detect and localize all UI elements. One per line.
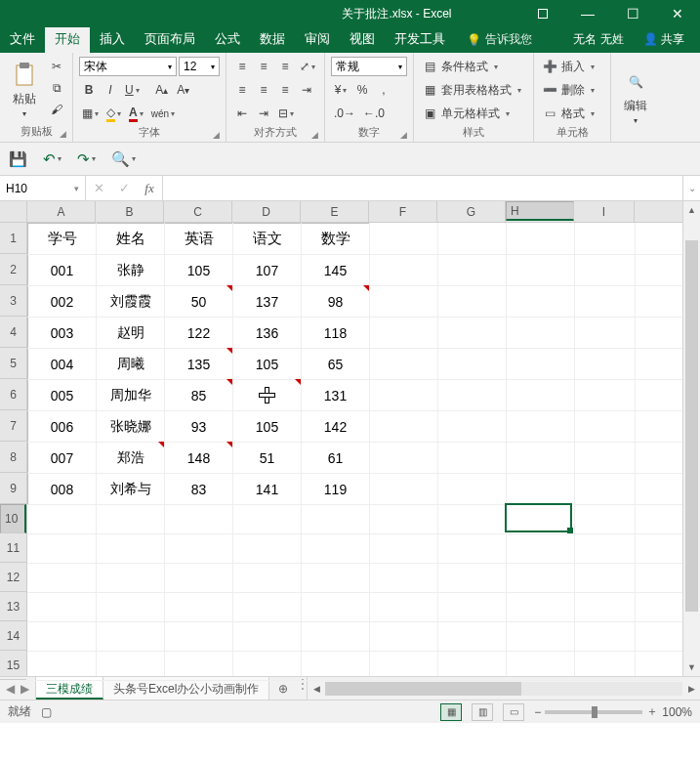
align-bottom-button[interactable]: ≡ <box>275 57 295 76</box>
row-header-5[interactable]: 5 <box>0 348 26 379</box>
align-top-button[interactable]: ≡ <box>232 57 252 76</box>
conditional-format-button[interactable]: ▤条件格式 <box>420 57 527 76</box>
comment-indicator-icon[interactable] <box>158 442 164 447</box>
delete-cells-button[interactable]: ➖删除 <box>540 80 604 100</box>
orientation-button[interactable]: ⤢ <box>297 57 318 76</box>
enter-formula-button[interactable]: ✓ <box>111 181 137 195</box>
cancel-formula-button[interactable]: ✕ <box>86 181 111 195</box>
formula-input[interactable] <box>163 176 682 200</box>
comment-indicator-icon[interactable] <box>226 442 232 447</box>
zoom-out-button[interactable]: − <box>534 705 541 719</box>
font-name-select[interactable]: 宋体▾ <box>79 57 177 76</box>
row-headers[interactable]: 123456789101112131415 <box>0 223 27 676</box>
comma-button[interactable]: , <box>374 80 393 100</box>
accounting-button[interactable]: ¥ <box>331 80 350 100</box>
border-button[interactable]: ▦ <box>79 104 102 123</box>
user-name[interactable]: 无名 无姓 <box>563 26 633 53</box>
row-header-15[interactable]: 15 <box>0 651 26 680</box>
dialog-launcher-icon[interactable]: ◢ <box>311 130 318 140</box>
row-header-14[interactable]: 14 <box>0 621 26 651</box>
col-header-B[interactable]: B <box>96 201 164 222</box>
macro-record-icon[interactable]: ▢ <box>41 705 52 719</box>
row-header-11[interactable]: 11 <box>0 533 26 563</box>
zoom-control[interactable]: − ＋ 100% <box>534 703 692 720</box>
italic-button[interactable]: I <box>101 80 120 100</box>
row-header-3[interactable]: 3 <box>0 285 26 317</box>
number-format-select[interactable]: 常规▾ <box>331 57 407 76</box>
align-right-button[interactable]: ≡ <box>275 80 295 100</box>
insert-cells-button[interactable]: ➕插入 <box>540 57 604 76</box>
decrease-indent-button[interactable]: ⇤ <box>232 104 252 123</box>
col-header-A[interactable]: A <box>27 201 96 222</box>
normal-view-button[interactable]: ▦ <box>440 703 462 721</box>
dialog-launcher-icon[interactable]: ◢ <box>400 130 407 140</box>
tell-me[interactable]: 💡告诉我您 <box>461 26 538 53</box>
tab-插入[interactable]: 插入 <box>90 25 135 53</box>
scroll-down-button[interactable]: ▼ <box>683 658 700 676</box>
row-header-4[interactable]: 4 <box>0 317 26 348</box>
scroll-thumb[interactable] <box>685 240 698 612</box>
copy-button[interactable]: ⧉ <box>47 78 66 98</box>
comment-indicator-icon[interactable] <box>226 348 232 354</box>
redo-button[interactable]: ↷ <box>74 149 99 169</box>
decrease-decimal-button[interactable]: ←.0 <box>360 104 388 123</box>
maximize-button[interactable]: ☐ <box>610 0 655 27</box>
col-header-D[interactable]: D <box>232 201 301 222</box>
scroll-up-button[interactable]: ▲ <box>683 201 700 219</box>
col-header-I[interactable]: I <box>574 201 635 222</box>
worksheet-grid[interactable]: ABCDEFGHI 123456789101112131415 学号姓名英语语文… <box>0 201 700 676</box>
tab-视图[interactable]: 视图 <box>340 25 385 53</box>
row-header-12[interactable]: 12 <box>0 563 26 592</box>
grow-font-button[interactable]: A▴ <box>152 80 172 100</box>
page-layout-button[interactable]: ▥ <box>472 703 493 721</box>
col-header-E[interactable]: E <box>301 201 369 222</box>
align-center-button[interactable]: ≡ <box>254 80 273 100</box>
dialog-launcher-icon[interactable]: ◢ <box>60 129 66 139</box>
dialog-launcher-icon[interactable]: ◢ <box>213 130 220 140</box>
fill-handle[interactable] <box>567 528 573 533</box>
save-button[interactable]: 💾 <box>6 149 30 169</box>
tab-公式[interactable]: 公式 <box>205 25 250 53</box>
column-headers[interactable]: ABCDEFGHI <box>27 201 682 223</box>
row-header-2[interactable]: 2 <box>0 254 26 285</box>
name-box[interactable]: H10▾ <box>0 176 86 200</box>
col-header-F[interactable]: F <box>369 201 437 222</box>
tab-开始[interactable]: 开始 <box>45 25 90 53</box>
find-select-button[interactable]: 🔍 编辑▾ <box>617 57 654 137</box>
bold-button[interactable]: B <box>79 80 99 100</box>
tab-文件[interactable]: 文件 <box>0 25 45 53</box>
share-button[interactable]: 👤 共享 <box>634 26 694 53</box>
active-cell[interactable] <box>505 503 572 532</box>
row-header-9[interactable]: 9 <box>0 473 26 504</box>
expand-formula-button[interactable]: ⌄ <box>682 176 700 200</box>
merge-button[interactable]: ⊟ <box>275 104 297 123</box>
format-cells-button[interactable]: ▭格式 <box>540 104 604 123</box>
cut-button[interactable]: ✂ <box>47 57 66 76</box>
row-header-1[interactable]: 1 <box>0 223 26 254</box>
undo-button[interactable]: ↶ <box>40 149 64 169</box>
select-all-button[interactable] <box>0 201 27 223</box>
increase-decimal-button[interactable]: .0→ <box>331 104 358 123</box>
zoom-slider[interactable] <box>545 710 642 714</box>
insert-function-button[interactable]: fx <box>137 181 162 196</box>
fill-color-button[interactable]: ◇ <box>103 104 124 123</box>
font-color-button[interactable]: A <box>126 104 146 123</box>
col-header-G[interactable]: G <box>437 201 506 222</box>
zoom-in-button[interactable]: ＋ <box>646 703 658 720</box>
comment-indicator-icon[interactable] <box>363 285 369 291</box>
print-preview-button[interactable]: 🔍 <box>108 149 139 169</box>
minimize-button[interactable]: — <box>565 0 610 27</box>
comment-indicator-icon[interactable] <box>295 379 301 385</box>
row-header-10[interactable]: 10 <box>0 504 26 533</box>
row-header-6[interactable]: 6 <box>0 379 26 410</box>
align-middle-button[interactable]: ≡ <box>254 57 273 76</box>
col-header-H[interactable]: H <box>506 201 574 221</box>
col-header-C[interactable]: C <box>164 201 232 222</box>
page-break-button[interactable]: ▭ <box>503 703 524 721</box>
underline-button[interactable]: U <box>122 80 143 100</box>
zoom-level[interactable]: 100% <box>662 705 692 719</box>
vertical-scrollbar[interactable]: ▲ ▼ <box>682 201 700 676</box>
align-left-button[interactable]: ≡ <box>232 80 252 100</box>
tab-数据[interactable]: 数据 <box>250 25 295 53</box>
close-button[interactable]: ✕ <box>655 0 700 27</box>
